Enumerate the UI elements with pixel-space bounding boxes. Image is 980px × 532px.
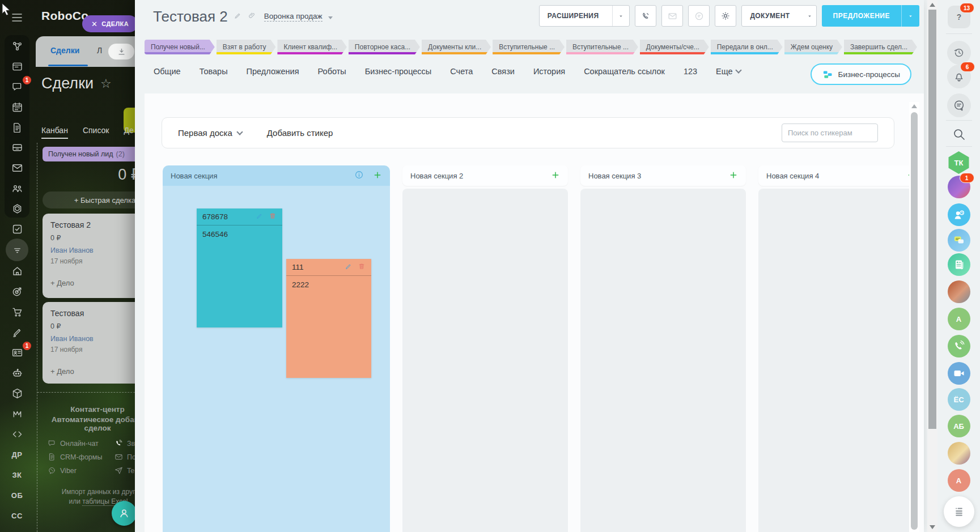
proposal-button[interactable]: ПРЕДЛОЖЕНИЕ	[822, 5, 919, 27]
time-tracking-button[interactable]	[947, 41, 971, 65]
stage-3[interactable]: Клиент квалиф...	[277, 40, 346, 54]
document-dropdown[interactable]	[804, 6, 816, 26]
stage-7[interactable]: Вступительные ...	[566, 40, 638, 54]
deal-tab-6[interactable]: Счета	[450, 67, 473, 76]
add-sticker-icon[interactable]	[373, 171, 382, 181]
chat-avatar-person-clock[interactable]	[948, 203, 970, 226]
rail-funnel-icon[interactable]	[5, 244, 29, 256]
stage-8[interactable]: Документы/сче...	[640, 40, 709, 54]
notifications-button[interactable]: 6	[947, 65, 971, 88]
channel-phone[interactable]: Зв	[114, 439, 135, 448]
add-sticker-button[interactable]: Добавить стикер	[267, 128, 333, 138]
channel-viber[interactable]: Viber	[48, 466, 114, 475]
chat-avatar-calls[interactable]	[948, 335, 970, 357]
rail-avatar-ОБ[interactable]: ОБ	[5, 489, 29, 501]
delete-sticker-icon[interactable]	[269, 212, 277, 222]
stage-5[interactable]: Документы кли...	[422, 40, 491, 54]
rail-bot-icon[interactable]	[5, 367, 29, 379]
edit-sticker-icon[interactable]	[345, 262, 353, 272]
tab-deals[interactable]: Сделки	[50, 46, 79, 55]
column-header[interactable]: Новая секция	[163, 165, 390, 186]
collapse-tab-button[interactable]	[108, 44, 134, 59]
rail-mlogo-icon[interactable]	[5, 407, 29, 420]
channel-doc[interactable]: CRM-формы	[48, 453, 114, 461]
rail-box-icon[interactable]	[5, 387, 29, 399]
rail-mail-icon[interactable]	[5, 161, 29, 174]
view-tab-2[interactable]: Список	[83, 126, 109, 139]
stage-11[interactable]: Завершить сдел...	[844, 40, 917, 54]
stage-2[interactable]: Взят в работу	[217, 40, 276, 54]
call-button[interactable]	[635, 5, 656, 27]
chat-avatar-tk[interactable]: ТК	[948, 151, 970, 174]
funnel-selector[interactable]: Воронка продаж	[264, 12, 323, 22]
stage-9[interactable]: Передали в онл...	[711, 40, 783, 54]
tab-partial[interactable]: Л	[97, 46, 102, 55]
add-sticker-icon[interactable]	[729, 171, 738, 181]
business-process-button[interactable]: Бизнес-процессы	[811, 63, 911, 85]
edit-title-icon[interactable]	[234, 11, 242, 22]
stage-1[interactable]: Получен новый...	[145, 40, 215, 54]
deal-tab-2[interactable]: Товары	[200, 67, 228, 76]
search-button[interactable]	[951, 126, 968, 143]
chat-button[interactable]	[688, 5, 710, 27]
deal-tab-more[interactable]: Еще	[716, 67, 741, 76]
rail-idcard-icon[interactable]: 1	[5, 346, 29, 359]
document-button[interactable]: ДОКУМЕНТ	[741, 5, 816, 27]
column-header[interactable]: Новая секция 4	[758, 165, 909, 186]
deal-slider-tab[interactable]: ✕ СДЕЛКА	[82, 15, 135, 32]
stage-6[interactable]: Вступительные ...	[493, 40, 565, 54]
rail-home-icon[interactable]	[5, 265, 29, 277]
extensions-button[interactable]: РАСШИРЕНИЯ	[539, 5, 630, 27]
column-header[interactable]: Новая секция 2	[402, 165, 568, 186]
deal-card[interactable]: Тестовая 20 ₽Иван Иванов17 ноября+ Дело1…	[43, 214, 135, 298]
channel-chat[interactable]: Онлайн-чат	[48, 439, 114, 448]
rail-window-icon[interactable]	[5, 60, 29, 73]
rail-ring-icon[interactable]	[5, 202, 29, 215]
deal-tab-10[interactable]: 123	[684, 67, 697, 76]
board-scrollbar[interactable]	[909, 102, 919, 532]
chat-avatar-a2[interactable]: А	[948, 469, 970, 492]
help-button[interactable]: ?13	[948, 6, 970, 28]
add-sticker-icon[interactable]	[551, 171, 560, 181]
rail-chat-icon[interactable]: 1	[5, 80, 29, 93]
rail-code-icon[interactable]	[5, 428, 29, 440]
view-tab-3[interactable]: Де	[124, 126, 133, 139]
favorite-star-icon[interactable]: ☆	[100, 76, 112, 91]
deal-tab-8[interactable]: История	[533, 67, 565, 76]
rail-pen-icon[interactable]	[5, 326, 29, 338]
chat-avatar-photo-1[interactable]: 1	[948, 176, 970, 198]
board-selector[interactable]: Первая доска	[178, 128, 242, 138]
extensions-dropdown[interactable]	[612, 6, 629, 26]
rail-doc-icon[interactable]	[5, 121, 29, 134]
messenger-button[interactable]	[947, 93, 971, 117]
sticker-search-input[interactable]	[782, 124, 878, 142]
rail-calendar-icon[interactable]	[5, 101, 29, 113]
rail-target-icon[interactable]	[5, 285, 29, 297]
chat-avatar-video[interactable]	[948, 362, 970, 385]
sticker-1[interactable]: 678678546546	[197, 208, 282, 327]
stage-4[interactable]: Повторное каса...	[349, 40, 420, 54]
edit-sticker-icon[interactable]	[256, 212, 264, 222]
rail-drawer-icon[interactable]	[5, 141, 29, 154]
close-icon[interactable]: ✕	[91, 20, 97, 28]
deal-tab-1[interactable]: Общие	[154, 67, 181, 76]
rail-avatar-ЗК[interactable]: ЗК	[5, 469, 29, 481]
chat-avatar-es[interactable]: ЁС	[948, 388, 970, 411]
rail-avatar-СС[interactable]: СС	[5, 509, 29, 522]
quick-deal-button[interactable]: + Быстрая сделка	[43, 191, 135, 208]
stage-column-header[interactable]: Получен новый лид(2)	[43, 147, 135, 161]
quick-menu-button[interactable]	[944, 496, 974, 527]
deal-tab-5[interactable]: Бизнес-процессы	[365, 67, 432, 76]
settings-button[interactable]	[715, 5, 736, 27]
chat-avatar-a1[interactable]: А	[948, 308, 970, 330]
chat-avatar-ab[interactable]: АБ	[948, 415, 970, 437]
sticker-2[interactable]: 1112222	[286, 259, 371, 378]
deal-tab-9[interactable]: Сокращатель ссылок	[584, 67, 665, 76]
stage-10[interactable]: Ждем оценку	[784, 40, 842, 54]
chat-avatar-photo-2[interactable]	[948, 280, 970, 303]
view-tab-1[interactable]: Канбан	[41, 126, 68, 139]
rail-task-icon[interactable]	[5, 223, 29, 235]
proposal-dropdown[interactable]	[901, 5, 919, 27]
copy-link-icon[interactable]	[248, 11, 256, 22]
deal-tab-4[interactable]: Роботы	[318, 67, 346, 76]
